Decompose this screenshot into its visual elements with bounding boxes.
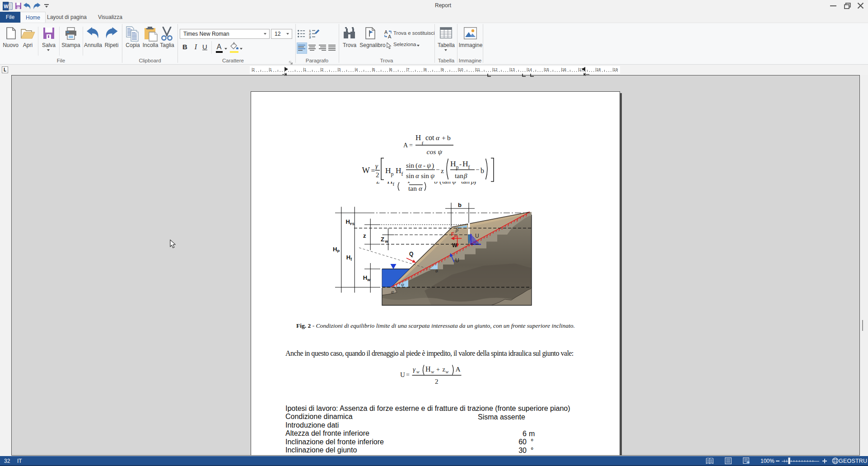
svg-text:H: H [415, 133, 421, 142]
svg-text:α: α [391, 289, 394, 294]
svg-text:1: 1 [304, 67, 307, 72]
svg-text:α: α [419, 185, 423, 192]
svg-text:cot: cot [425, 134, 434, 141]
svg-text:-: - [423, 162, 425, 169]
svg-text:H: H [363, 274, 367, 281]
svg-text:z: z [363, 232, 366, 239]
svg-text:3: 3 [339, 67, 341, 72]
svg-text:=: = [409, 142, 413, 149]
svg-text:5: 5 [373, 67, 375, 72]
svg-text:β: β [455, 226, 458, 233]
svg-text:FS: FS [350, 222, 355, 226]
svg-text:b: b [481, 167, 484, 174]
svg-text:2: 2 [252, 67, 255, 72]
svg-text:ψ: ψ [430, 172, 435, 179]
svg-text:−: − [436, 166, 439, 173]
svg-text:U: U [455, 257, 459, 264]
svg-text:(: ( [415, 161, 418, 169]
svg-text:): ) [432, 161, 434, 169]
svg-text:H: H [462, 159, 468, 168]
svg-text:=: = [381, 177, 385, 185]
svg-text:13: 13 [510, 67, 515, 72]
svg-text:Q: Q [409, 251, 413, 257]
svg-text:): ) [474, 177, 476, 185]
svg-text:H: H [385, 166, 391, 175]
svg-text:H: H [450, 159, 456, 168]
svg-text:γ: γ [413, 366, 416, 373]
svg-text:A: A [456, 365, 461, 373]
svg-text:w: w [385, 239, 388, 244]
svg-text:4: 4 [356, 67, 358, 72]
svg-text:W: W [452, 242, 457, 249]
svg-text:9: 9 [442, 67, 444, 72]
svg-text:cos: cos [427, 148, 436, 155]
svg-text:sin: sin [406, 172, 414, 179]
svg-text:w: w [431, 369, 434, 374]
svg-text:16: 16 [562, 67, 566, 72]
svg-text:ψ: ψ [401, 282, 404, 287]
svg-text:-: - [459, 160, 462, 168]
svg-text:Z: Z [381, 236, 384, 243]
svg-text:f: f [393, 181, 395, 187]
svg-text:H: H [425, 365, 431, 373]
svg-text:b: b [447, 134, 451, 141]
svg-text:f: f [401, 171, 403, 177]
svg-text:F: F [451, 231, 454, 237]
svg-text:6: 6 [390, 67, 392, 72]
svg-text:sin: sin [406, 161, 414, 169]
svg-text:12: 12 [493, 67, 498, 72]
svg-text:U: U [400, 371, 405, 378]
svg-text:14: 14 [527, 67, 532, 72]
svg-text:H: H [454, 235, 457, 238]
svg-text:z: z [443, 366, 446, 373]
svg-text:=: = [406, 372, 410, 378]
svg-text:z: z [441, 167, 444, 174]
svg-text:f: f [422, 141, 424, 147]
svg-text:ψ: ψ [438, 148, 443, 155]
svg-text:θ: θ [435, 268, 438, 273]
svg-text:10: 10 [459, 67, 463, 72]
svg-text:ψ: ψ [427, 162, 431, 169]
svg-text:A: A [388, 34, 392, 39]
svg-text:11: 11 [476, 67, 480, 72]
svg-text:tan: tan [442, 177, 451, 185]
svg-text:2: 2 [322, 67, 324, 72]
svg-text:7: 7 [407, 67, 410, 72]
svg-text:p: p [456, 164, 459, 170]
svg-text:H: H [346, 218, 350, 225]
svg-text:sin: sin [421, 172, 429, 179]
svg-text:H: H [346, 254, 350, 261]
svg-text:tan: tan [408, 184, 417, 192]
svg-text:A: A [403, 142, 408, 149]
svg-text:U: U [475, 233, 479, 239]
svg-text:f: f [350, 257, 352, 262]
svg-text:19: 19 [614, 67, 618, 72]
svg-text:−: − [476, 166, 479, 173]
svg-text:8: 8 [425, 67, 427, 72]
svg-text:+: + [442, 134, 446, 141]
svg-text:w: w [446, 369, 449, 374]
svg-text:A: A [384, 29, 388, 35]
svg-text:H: H [333, 246, 337, 253]
svg-text:2: 2 [376, 171, 379, 179]
svg-text:w: w [367, 278, 370, 282]
svg-text:γ: γ [375, 162, 378, 169]
svg-text:W: W [4, 4, 9, 9]
svg-text:β: β [463, 172, 467, 179]
svg-text:p: p [391, 171, 394, 177]
svg-text:α: α [415, 172, 420, 179]
svg-text:w: w [416, 369, 420, 374]
svg-text:+: + [436, 366, 440, 373]
svg-text:α: α [418, 162, 422, 169]
svg-text:W: W [362, 166, 370, 175]
svg-text:b: b [458, 202, 462, 208]
svg-text:P: P [337, 249, 340, 254]
svg-text:tan: tan [455, 172, 463, 179]
svg-text:3: 3 [309, 35, 311, 39]
svg-text:1: 1 [270, 67, 272, 72]
svg-text:15: 15 [545, 67, 549, 72]
svg-text:(: ( [439, 177, 442, 185]
svg-text:2: 2 [435, 378, 439, 385]
svg-text:H: H [396, 166, 401, 175]
svg-text:α: α [436, 134, 440, 141]
